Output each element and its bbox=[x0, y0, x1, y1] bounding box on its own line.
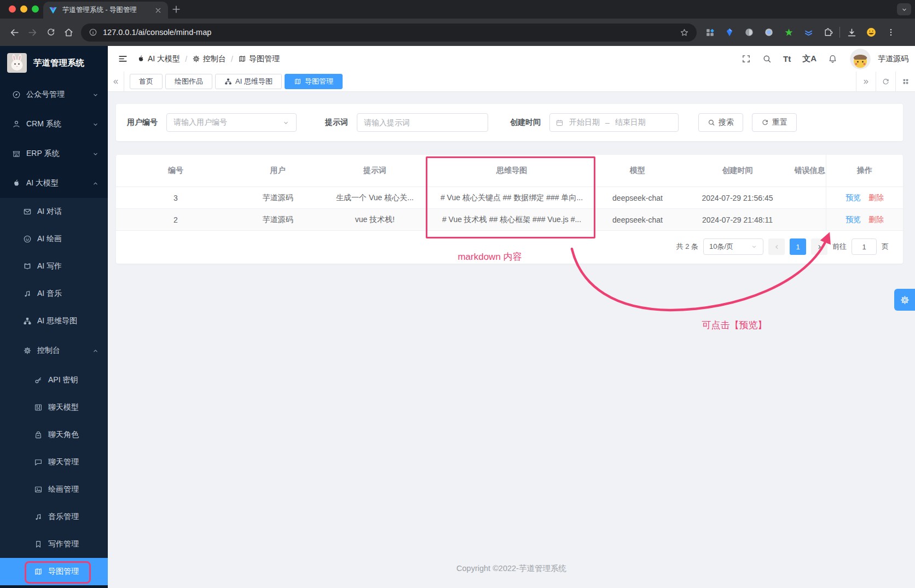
close-window-button[interactable] bbox=[9, 5, 16, 13]
preview-link[interactable]: 预览 bbox=[845, 193, 861, 203]
extension-circle-gray-icon[interactable] bbox=[739, 24, 759, 40]
col-header-user: 用户 bbox=[235, 166, 320, 176]
prompt-input[interactable] bbox=[357, 113, 488, 132]
sidebar-item-erp[interactable]: ERP 系统 bbox=[0, 139, 108, 168]
sidebar-item-mindmap-manage[interactable]: 导图管理 bbox=[0, 558, 108, 585]
breadcrumb-item-ai[interactable]: AI 大模型 bbox=[137, 54, 180, 64]
close-tab-icon[interactable] bbox=[154, 6, 163, 15]
bookmark-star-icon[interactable] bbox=[680, 28, 689, 37]
refresh-page-button[interactable] bbox=[876, 72, 895, 92]
table-header-row: 编号 用户 提示词 思维导图 模型 创建时间 错误信息 操作 bbox=[116, 155, 903, 187]
page-size-select[interactable]: 10条/页 bbox=[703, 238, 763, 255]
extensions-puzzle-icon[interactable] bbox=[818, 24, 838, 40]
home-button[interactable] bbox=[60, 23, 78, 42]
address-bar[interactable]: 127.0.0.1/ai/console/mind-map bbox=[81, 24, 697, 42]
user-id-select[interactable]: 请输入用户编号 bbox=[166, 113, 297, 132]
current-page-button[interactable]: 1 bbox=[790, 238, 806, 255]
goto-page-input[interactable] bbox=[852, 238, 877, 255]
prev-page-button[interactable] bbox=[768, 238, 785, 255]
sidebar-item-mp[interactable]: 公众号管理 bbox=[0, 80, 108, 109]
tabs-scroll-left-button[interactable] bbox=[108, 72, 124, 92]
maximize-window-button[interactable] bbox=[32, 5, 39, 13]
page-tab-mindmap-manage[interactable]: 导图管理 bbox=[285, 74, 343, 89]
back-button[interactable] bbox=[5, 23, 24, 42]
sidebar-item-chat-manage[interactable]: 聊天管理 bbox=[0, 449, 108, 476]
apple-icon bbox=[137, 55, 145, 63]
date-range-picker[interactable]: 开始日期 – 结束日期 bbox=[549, 113, 679, 132]
col-header-mindmap: 思维导图 bbox=[430, 166, 594, 176]
bell-icon[interactable] bbox=[828, 54, 837, 63]
delete-link[interactable]: 删除 bbox=[868, 215, 884, 225]
language-tool[interactable]: 文A bbox=[802, 54, 816, 64]
breadcrumb-item-mindmap[interactable]: 导图管理 bbox=[238, 54, 280, 64]
extension-balloon-icon[interactable] bbox=[720, 24, 739, 40]
app-logo[interactable]: 芋道管理系统 bbox=[0, 46, 108, 80]
sidebar-item-ai-music[interactable]: AI 音乐 bbox=[0, 280, 108, 307]
cell-user: 芋道源码 bbox=[235, 193, 320, 203]
sidebar-item-ai[interactable]: AI 大模型 bbox=[0, 168, 108, 198]
sidebar-item-ai-chat[interactable]: AI 对话 bbox=[0, 198, 108, 225]
extension-circle-blue-icon[interactable] bbox=[759, 24, 779, 40]
col-header-created: 创建时间 bbox=[681, 166, 794, 176]
sidebar-item-console[interactable]: 控制台 bbox=[0, 335, 108, 366]
search-icon[interactable] bbox=[762, 54, 772, 63]
page-tab-draw-works[interactable]: 绘图作品 bbox=[165, 74, 212, 89]
fullscreen-icon[interactable] bbox=[742, 54, 751, 63]
sidebar-item-ai-mindmap[interactable]: AI 思维导图 bbox=[0, 307, 108, 335]
sidebar-item-crm[interactable]: CRM 系统 bbox=[0, 109, 108, 139]
cell-user: 芋道源码 bbox=[235, 215, 320, 225]
browser-menu-icon[interactable] bbox=[881, 24, 901, 40]
tabs-bar-controls bbox=[856, 72, 915, 92]
sidebar: 芋道管理系统 公众号管理 CRM 系统 ERP 系统 AI 大模型 AI 对话 … bbox=[0, 46, 108, 588]
chevron-down-icon bbox=[92, 91, 99, 98]
search-button[interactable]: 搜索 bbox=[698, 113, 743, 132]
preview-link[interactable]: 预览 bbox=[845, 215, 861, 225]
goto-label: 前往 bbox=[832, 242, 847, 252]
tab-list-button[interactable] bbox=[897, 3, 911, 15]
tabs-scroll-right-button[interactable] bbox=[856, 72, 876, 92]
cell-created: 2024-07-29 21:48:11 bbox=[681, 216, 794, 224]
sidebar-item-music-manage[interactable]: 音乐管理 bbox=[0, 503, 108, 531]
sidebar-item-ai-draw[interactable]: AI 绘画 bbox=[0, 225, 108, 253]
minimize-window-button[interactable] bbox=[20, 5, 27, 13]
emoji-extension-icon[interactable] bbox=[861, 24, 881, 40]
delete-link[interactable]: 删除 bbox=[868, 193, 884, 203]
sidebar-item-draw-manage[interactable]: 绘画管理 bbox=[0, 476, 108, 503]
end-date-placeholder: 结束日期 bbox=[615, 118, 646, 127]
theme-settings-button[interactable] bbox=[894, 289, 915, 311]
reset-button[interactable]: 重置 bbox=[752, 113, 797, 132]
sidebar-item-chat-model[interactable]: 聊天模型 bbox=[0, 394, 108, 421]
user-name[interactable]: 芋道源码 bbox=[878, 54, 908, 64]
chevron-down-icon bbox=[751, 243, 757, 250]
chevron-up-icon bbox=[92, 347, 99, 354]
user-avatar[interactable] bbox=[850, 49, 871, 69]
layout-grid-button[interactable] bbox=[895, 72, 915, 92]
page-tab-home[interactable]: 首页 bbox=[130, 74, 163, 89]
gear-icon bbox=[900, 295, 910, 305]
collapse-sidebar-icon[interactable] bbox=[118, 54, 128, 64]
page-tabs-bar: 首页 绘图作品 AI 思维导图 导图管理 bbox=[108, 72, 915, 92]
reload-button[interactable] bbox=[42, 23, 60, 42]
browser-tab[interactable]: 芋道管理系统 - 导图管理 bbox=[43, 2, 168, 19]
sidebar-item-write-manage[interactable]: 写作管理 bbox=[0, 531, 108, 558]
sidebar-submenu-ai: AI 对话 AI 绘画 AI 写作 AI 音乐 AI 思维导图 控制台 API … bbox=[0, 198, 108, 585]
downloads-icon[interactable] bbox=[842, 24, 861, 40]
breadcrumb-item-console[interactable]: 控制台 bbox=[192, 54, 226, 64]
extension-layers-icon[interactable] bbox=[798, 24, 818, 40]
sidebar-item-chat-role[interactable]: 聊天角色 bbox=[0, 421, 108, 449]
forward-button[interactable] bbox=[24, 23, 42, 42]
sidebar-item-ai-write[interactable]: AI 写作 bbox=[0, 253, 108, 280]
page-tab-ai-mindmap[interactable]: AI 思维导图 bbox=[215, 74, 282, 89]
url-text[interactable]: 127.0.0.1/ai/console/mind-map bbox=[103, 28, 674, 37]
sidebar-item-api-key[interactable]: API 密钥 bbox=[0, 366, 108, 394]
col-header-actions: 操作 bbox=[826, 155, 903, 187]
logo-avatar bbox=[7, 53, 27, 73]
extension-green-star-icon[interactable] bbox=[779, 24, 798, 40]
font-size-tool[interactable]: Tt bbox=[783, 54, 791, 63]
new-tab-button[interactable] bbox=[171, 4, 182, 15]
site-info-icon[interactable] bbox=[89, 28, 97, 37]
chevron-up-icon bbox=[92, 180, 99, 187]
next-page-button[interactable] bbox=[811, 238, 827, 255]
extension-grid-icon[interactable] bbox=[700, 24, 720, 40]
cell-actions: 预览 删除 bbox=[826, 209, 903, 230]
